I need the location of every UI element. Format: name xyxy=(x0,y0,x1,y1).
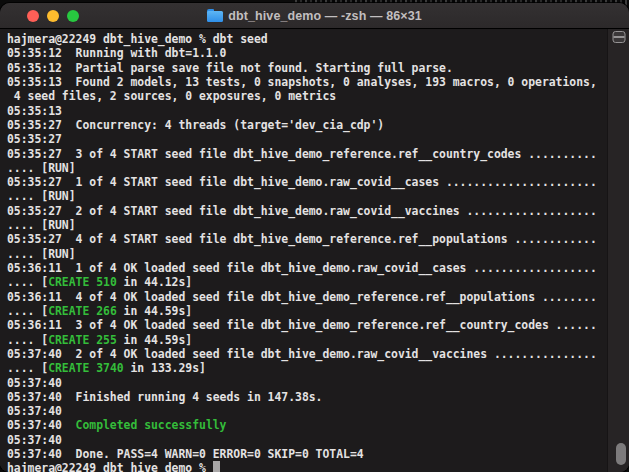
terminal-line: hajmera@22249 dbt_hive_demo % xyxy=(7,461,607,472)
close-button[interactable] xyxy=(27,10,39,22)
terminal-line: 05:37:40 Finished running 4 seeds in 147… xyxy=(7,390,607,404)
terminal-line: hajmera@22249 dbt_hive_demo % dbt seed xyxy=(7,32,607,46)
terminal-line: 05:35:12 Running with dbt=1.1.0 xyxy=(7,46,607,60)
terminal-output[interactable]: hajmera@22249 dbt_hive_demo % dbt seed05… xyxy=(0,29,607,472)
window-title: dbt_hive_demo — -zsh — 86×31 xyxy=(228,9,422,23)
terminal-line: 05:35:13 xyxy=(7,104,607,118)
scrollbar-thumb[interactable] xyxy=(616,443,626,465)
terminal-line: 05:37:40 xyxy=(7,376,607,390)
terminal-line: .... [RUN] xyxy=(7,161,607,175)
terminal-line: 05:35:13 Found 2 models, 13 tests, 0 sna… xyxy=(7,75,607,89)
terminal-line: 05:37:40 2 of 4 OK loaded seed file dbt_… xyxy=(7,347,607,361)
folder-icon xyxy=(207,9,223,22)
terminal-line: 05:35:27 xyxy=(7,132,607,146)
terminal-line: .... [CREATE 266 in 44.59s] xyxy=(7,304,607,318)
minimize-button[interactable] xyxy=(47,10,59,22)
terminal-line: 05:35:27 4 of 4 START seed file dbt_hive… xyxy=(7,232,607,246)
title-wrap: dbt_hive_demo — -zsh — 86×31 xyxy=(0,3,629,28)
terminal-area: hajmera@22249 dbt_hive_demo % dbt seed05… xyxy=(0,29,629,472)
terminal-line: .... [CREATE 255 in 44.59s] xyxy=(7,333,607,347)
titlebar[interactable]: dbt_hive_demo — -zsh — 86×31 xyxy=(0,3,629,29)
terminal-line: .... [RUN] xyxy=(7,218,607,232)
terminal-line: 4 seed files, 2 sources, 0 exposures, 0 … xyxy=(7,89,607,103)
terminal-line: 05:35:27 3 of 4 START seed file dbt_hive… xyxy=(7,147,607,161)
terminal-line: .... [CREATE 510 in 44.12s] xyxy=(7,275,607,289)
terminal-line: 05:37:40 xyxy=(7,404,607,418)
terminal-line: 05:36:11 4 of 4 OK loaded seed file dbt_… xyxy=(7,290,607,304)
zoom-button[interactable] xyxy=(67,10,79,22)
terminal-line: 05:36:11 1 of 4 OK loaded seed file dbt_… xyxy=(7,261,607,275)
terminal-line: 05:37:40 Completed successfully xyxy=(7,418,607,432)
terminal-line: 05:35:12 Partial parse save file not fou… xyxy=(7,61,607,75)
terminal-line: .... [CREATE 3740 in 133.29s] xyxy=(7,361,607,375)
terminal-line: 05:36:11 3 of 4 OK loaded seed file dbt_… xyxy=(7,318,607,332)
terminal-line: .... [RUN] xyxy=(7,247,607,261)
scrollbar-track[interactable] xyxy=(607,29,629,472)
terminal-line: 05:35:27 1 of 4 START seed file dbt_hive… xyxy=(7,175,607,189)
terminal-line: .... [RUN] xyxy=(7,189,607,203)
terminal-line: 05:35:27 2 of 4 START seed file dbt_hive… xyxy=(7,204,607,218)
terminal-window: dbt_hive_demo — -zsh — 86×31 hajmera@222… xyxy=(0,3,629,472)
split-pane-button[interactable] xyxy=(612,31,625,43)
terminal-line: 05:35:27 Concurrency: 4 threads (target=… xyxy=(7,118,607,132)
traffic-lights xyxy=(0,10,79,22)
terminal-line: 05:37:40 xyxy=(7,433,607,447)
terminal-line: 05:37:40 Done. PASS=4 WARN=0 ERROR=0 SKI… xyxy=(7,447,607,461)
